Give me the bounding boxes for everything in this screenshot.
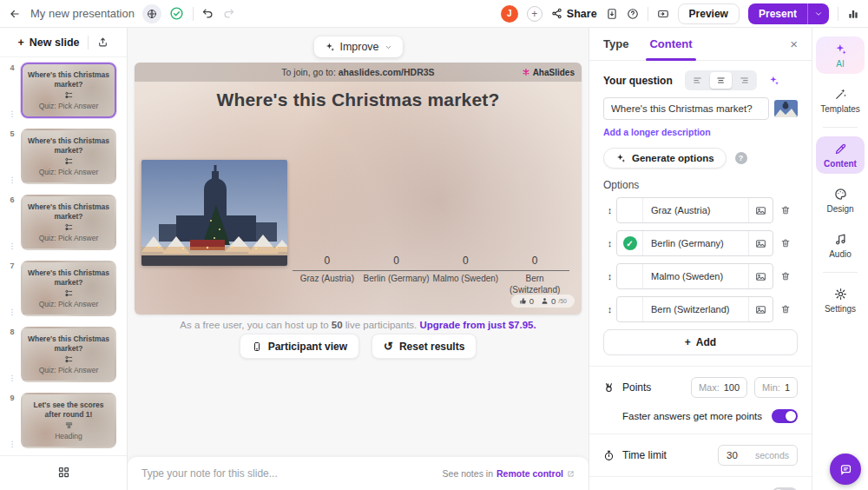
stopwatch-icon [603,450,615,461]
option-correct-checkbox[interactable] [617,198,643,222]
slide-thumbnail-9[interactable]: Let's see the scores after round 1! Head… [21,393,116,448]
reset-icon: ↺ [384,340,393,353]
align-center-icon [716,76,726,85]
option-drag-handle[interactable]: ↕ [603,205,616,215]
time-unit: seconds [755,450,789,460]
reset-results-button[interactable]: ↺ Reset results [372,334,477,359]
close-panel-button[interactable]: × [790,36,798,51]
avatar[interactable]: J [501,5,518,23]
trash-icon [780,205,791,215]
chat-support-button[interactable] [830,454,861,485]
chart-axis [293,270,569,271]
participants-max: /50 [558,298,567,304]
sparkle-icon [615,153,626,163]
min-points-input[interactable]: Min: 1 [754,377,798,398]
slide-number: 4 [10,63,14,72]
remote-control-link[interactable]: Remote control [496,468,563,479]
improve-button[interactable]: Improve [313,36,402,57]
slide-thumbnail-4[interactable]: Where's this Christmas market? Quiz: Pic… [21,63,116,118]
align-left-button[interactable] [687,72,708,89]
option-image-button[interactable] [748,264,773,288]
question-input[interactable] [603,97,769,120]
slide-thumbnail-7[interactable]: Where's this Christmas market? Quiz: Pic… [21,261,116,316]
add-description-link[interactable]: Add a longer description [603,127,798,137]
slide-drag-handle[interactable]: ⋮ [9,374,16,382]
slide-drag-handle[interactable]: ⋮ [9,242,16,250]
slide-note-input[interactable] [141,467,443,480]
bar-chart-icon [847,8,859,20]
slide-gutter: 5 ⋮ [3,129,21,184]
option-drag-handle[interactable]: ↕ [603,271,616,281]
help-button[interactable] [627,8,639,20]
generate-help-icon[interactable]: ? [735,152,747,164]
option-delete-button[interactable] [773,304,798,315]
present-button[interactable]: Present [748,3,807,24]
grid-view-button[interactable] [57,466,70,481]
presentation-title[interactable]: My new presentation [30,7,135,20]
option-delete-button[interactable] [773,271,798,281]
tab-content[interactable]: Content [649,28,692,61]
slide-thumbnail-6[interactable]: Where's this Christmas market? Quiz: Pic… [21,195,116,250]
option-delete-button[interactable] [773,238,798,248]
slide-thumbnail-5[interactable]: Where's this Christmas market? Quiz: Pic… [21,129,116,184]
option-text-input[interactable]: Berlin (Germany) [643,231,748,255]
time-limit-input[interactable]: 30 seconds [718,445,798,466]
preview-button[interactable]: Preview [678,3,740,24]
undo-button[interactable] [201,7,214,20]
tools-item-audio[interactable]: Audio [816,227,865,264]
add-option-button[interactable]: + Add [603,329,798,355]
faster-answers-toggle[interactable] [772,409,798,423]
option-correct-checkbox[interactable] [617,264,643,288]
language-button[interactable] [142,4,161,23]
tools-item-settings[interactable]: Settings [816,281,865,319]
slide-canvas[interactable]: To join, go to: ahaslides.com/HDR3S AhaS… [135,63,582,315]
remote-control-button[interactable] [657,8,669,20]
upgrade-link[interactable]: Upgrade from just $7.95. [419,320,536,330]
tool-label: Templates [820,104,860,114]
max-points-input[interactable]: Max: 100 [691,377,747,398]
generate-options-button[interactable]: Generate options [603,148,727,169]
option-text-input[interactable]: Malmo (Sweden) [643,264,748,288]
option-text-input[interactable]: Bern (Switzerland) [643,297,748,321]
analytics-button[interactable] [847,8,859,20]
export-button[interactable] [606,8,618,20]
trash-icon [780,304,791,315]
chart-value: 0 [325,255,331,267]
option-image-button[interactable] [748,198,773,222]
participant-view-button[interactable]: Participant view [240,334,359,359]
option-image-button[interactable] [748,231,773,255]
tools-item-templates[interactable]: Templates [816,82,865,119]
tab-type[interactable]: Type [603,28,628,61]
back-button[interactable] [9,8,21,20]
align-center-button[interactable] [710,72,732,89]
add-collaborator-button[interactable]: + [527,6,542,22]
share-button[interactable]: Share [551,8,597,20]
option-image-button[interactable] [748,297,773,321]
tools-item-content[interactable]: Content [816,136,865,174]
slide-drag-handle[interactable]: ⋮ [9,440,16,448]
present-dropdown-button[interactable] [807,3,829,24]
option-drag-handle[interactable]: ↕ [603,238,616,248]
question-image-thumbnail[interactable] [774,100,798,117]
slide-drag-handle[interactable]: ⋮ [9,308,16,316]
slide-thumb-title: Where's this Christmas market? [26,268,111,286]
new-slide-button[interactable]: + New slide [18,36,80,49]
option-correct-checkbox[interactable] [617,297,643,321]
slide-photo[interactable] [141,160,287,266]
slide-drag-handle[interactable]: ⋮ [9,175,16,184]
align-right-button[interactable] [733,72,755,89]
slide-row: 6 ⋮ Where's this Christmas market? Quiz:… [3,195,123,250]
option-drag-handle[interactable]: ↕ [603,304,616,315]
tools-item-design[interactable]: Design [816,182,865,219]
import-export-button[interactable] [97,36,108,48]
slide-thumbnail-8[interactable]: Where's this Christmas market? Quiz: Pic… [21,327,116,382]
content-panel: Type Content × Your question [589,28,812,490]
redo-button[interactable] [222,7,235,20]
slide-drag-handle[interactable]: ⋮ [9,109,16,118]
tools-item-ai[interactable]: AI [816,36,865,74]
option-delete-button[interactable] [773,205,798,215]
option-text-input[interactable]: Graz (Austria) [643,198,748,222]
ai-suggest-button[interactable] [768,75,779,86]
slide-question-title[interactable]: Where's this Christmas market? [135,89,582,110]
option-correct-checkbox[interactable]: ✓ [617,231,643,255]
